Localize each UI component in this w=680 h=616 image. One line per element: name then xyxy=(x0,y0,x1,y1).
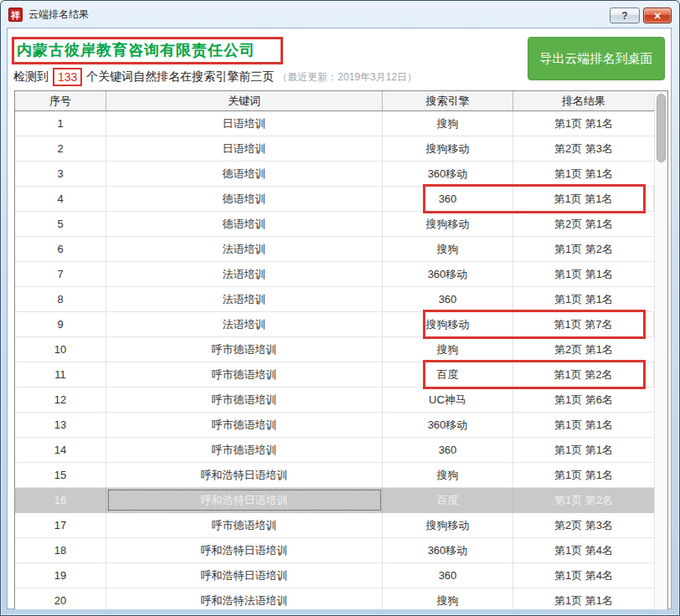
keyword-cell: 呼和浩特日语培训 xyxy=(106,538,383,562)
engine-cell: 360移动 xyxy=(383,538,513,562)
engine-cell: 搜狗 xyxy=(383,111,513,136)
keyword-cell: 呼市德语培训 xyxy=(106,388,383,412)
keyword-cell: 呼和浩特日语培训 xyxy=(106,488,383,512)
engine-cell: 360 xyxy=(383,563,513,588)
app-icon: 祥 xyxy=(8,8,23,22)
rank-cell: 第2页 第3名 xyxy=(513,136,654,161)
engine-cell: 360 xyxy=(383,187,513,211)
row-number-cell: 16 xyxy=(15,488,106,512)
table-row[interactable]: 7法语培训360移动第1页 第1名 xyxy=(15,262,667,287)
engine-cell: 搜狗移动 xyxy=(383,312,513,336)
titlebar[interactable]: 祥 云端排名结果 ? ✕ xyxy=(1,1,679,28)
rank-cell: 第1页 第1名 xyxy=(513,287,654,311)
row-number-cell: 17 xyxy=(15,513,106,537)
keyword-cell: 呼市德语培训 xyxy=(106,362,383,387)
table-row[interactable]: 4德语培训360第1页 第1名 xyxy=(15,187,667,212)
keyword-cell: 德语培训 xyxy=(106,212,383,236)
table-row[interactable]: 18呼和浩特日语培训360移动第1页 第4名 xyxy=(15,538,667,563)
row-number-cell: 7 xyxy=(15,262,106,286)
export-button[interactable]: 导出云端排名到桌面 xyxy=(528,37,665,80)
engine-cell: 搜狗移动 xyxy=(383,136,513,161)
engine-cell: 搜狗移动 xyxy=(383,513,513,537)
rank-cell: 第1页 第1名 xyxy=(513,588,654,609)
row-number-cell: 14 xyxy=(15,438,106,462)
row-number-cell: 10 xyxy=(15,337,106,362)
engine-cell: 百度 xyxy=(383,362,513,387)
engine-cell: 搜狗 xyxy=(383,237,513,261)
company-annotation-box: 内蒙古彼岸教育咨询有限责任公司 xyxy=(12,37,283,64)
help-button[interactable]: ? xyxy=(610,8,640,23)
table-row[interactable]: 3德语培训360移动第1页 第1名 xyxy=(15,162,667,187)
table-row[interactable]: 9法语培训搜狗移动第1页 第7名 xyxy=(15,312,667,337)
rank-cell: 第1页 第1名 xyxy=(513,438,654,462)
row-number-cell: 6 xyxy=(15,237,106,261)
rank-cell: 第2页 第3名 xyxy=(513,513,654,537)
keyword-cell: 法语培训 xyxy=(106,287,383,311)
column-header[interactable]: 关键词 xyxy=(106,91,383,110)
row-number-cell: 13 xyxy=(15,413,106,437)
keyword-cell: 呼和浩特日语培训 xyxy=(106,563,383,588)
rank-cell: 第1页 第2名 xyxy=(513,362,654,387)
summary-suffix: 个关键词自然排名在搜索引擎前三页 xyxy=(86,69,274,85)
titlebar-buttons: ? ✕ xyxy=(610,8,672,23)
column-header[interactable]: 序号 xyxy=(15,91,106,110)
rank-cell: 第1页 第1名 xyxy=(513,162,654,186)
close-icon: ✕ xyxy=(653,11,661,21)
summary-line: 检测到 133 个关键词自然排名在搜索引擎前三页 （最近更新：2019年3月12… xyxy=(13,68,417,86)
keyword-cell: 德语培训 xyxy=(106,187,383,211)
table-row[interactable]: 15呼和浩特日语培训搜狗第1页 第1名 xyxy=(15,463,667,488)
rank-cell: 第2页 第1名 xyxy=(513,337,654,362)
table-row[interactable]: 11呼市德语培训百度第1页 第2名 xyxy=(15,362,667,388)
table-row[interactable]: 1日语培训搜狗第1页 第1名 xyxy=(15,111,667,136)
rank-cell: 第1页 第1名 xyxy=(513,262,654,286)
table-row[interactable]: 2日语培训搜狗移动第2页 第3名 xyxy=(15,136,667,162)
table-row[interactable]: 10呼市德语培训搜狗第2页 第1名 xyxy=(15,337,667,362)
column-header[interactable]: 搜索引擎 xyxy=(383,91,513,110)
rank-cell: 第1页 第4名 xyxy=(513,538,654,562)
app-window: 祥 云端排名结果 ? ✕ 内蒙古彼岸教育咨询有限责任公司 检测到 133 个关键… xyxy=(0,0,680,616)
engine-cell: 搜狗 xyxy=(383,588,513,609)
update-note: （最近更新：2019年3月12日） xyxy=(277,70,417,85)
ranking-table: 序号关键词搜索引擎排名结果 1日语培训搜狗第1页 第1名2日语培训搜狗移动第2页… xyxy=(14,90,668,609)
rank-cell: 第1页 第1名 xyxy=(513,187,654,211)
row-number-cell: 20 xyxy=(15,588,106,609)
rank-cell: 第1页 第7名 xyxy=(513,312,654,336)
table-scrollbar[interactable] xyxy=(654,91,667,609)
engine-cell: 360 xyxy=(383,287,513,311)
row-number-cell: 8 xyxy=(15,287,106,311)
window-title: 云端排名结果 xyxy=(28,8,89,22)
table-row[interactable]: 5德语培训搜狗移动第2页 第1名 xyxy=(15,212,667,237)
keyword-cell: 呼和浩特法语培训 xyxy=(106,588,383,609)
keyword-cell: 呼市德语培训 xyxy=(106,337,383,362)
table-row[interactable]: 6法语培训搜狗第1页 第2名 xyxy=(15,237,667,262)
row-number-cell: 18 xyxy=(15,538,106,562)
keyword-cell: 德语培训 xyxy=(106,162,383,186)
table-row[interactable]: 17呼市德语培训搜狗移动第2页 第3名 xyxy=(15,513,667,538)
rank-cell: 第1页 第1名 xyxy=(513,111,654,136)
table-row[interactable]: 20呼和浩特法语培训搜狗第1页 第1名 xyxy=(15,588,667,609)
row-number-cell: 4 xyxy=(15,187,106,211)
table-row[interactable]: 16呼和浩特日语培训百度第1页 第2名 xyxy=(15,488,667,513)
company-name: 内蒙古彼岸教育咨询有限责任公司 xyxy=(17,42,255,59)
rank-cell: 第1页 第6名 xyxy=(513,388,654,412)
table-row[interactable]: 13呼市德语培训360移动第1页 第1名 xyxy=(15,413,667,438)
content-area: 内蒙古彼岸教育咨询有限责任公司 检测到 133 个关键词自然排名在搜索引擎前三页… xyxy=(7,28,672,609)
column-header[interactable]: 排名结果 xyxy=(513,91,654,110)
row-number-cell: 11 xyxy=(15,362,106,387)
rank-cell: 第1页 第2名 xyxy=(513,237,654,261)
table-row[interactable]: 12呼市德语培训UC神马第1页 第6名 xyxy=(15,388,667,413)
table-row[interactable]: 19呼和浩特日语培训360第1页 第4名 xyxy=(15,563,667,588)
table-row[interactable]: 8法语培训360第1页 第1名 xyxy=(15,287,667,312)
keyword-cell: 呼和浩特日语培训 xyxy=(106,463,383,487)
table-body: 1日语培训搜狗第1页 第1名2日语培训搜狗移动第2页 第3名3德语培训360移动… xyxy=(15,111,667,609)
engine-cell: 360 xyxy=(383,438,513,462)
keyword-count: 133 xyxy=(53,68,82,86)
engine-cell: UC神马 xyxy=(383,388,513,412)
table-row[interactable]: 14呼市德语培训360第1页 第1名 xyxy=(15,438,667,463)
scrollbar-thumb[interactable] xyxy=(657,94,666,162)
row-number-cell: 12 xyxy=(15,388,106,412)
engine-cell: 360移动 xyxy=(383,262,513,286)
keyword-cell: 法语培训 xyxy=(106,262,383,286)
row-number-cell: 19 xyxy=(15,563,106,588)
close-button[interactable]: ✕ xyxy=(643,8,672,23)
